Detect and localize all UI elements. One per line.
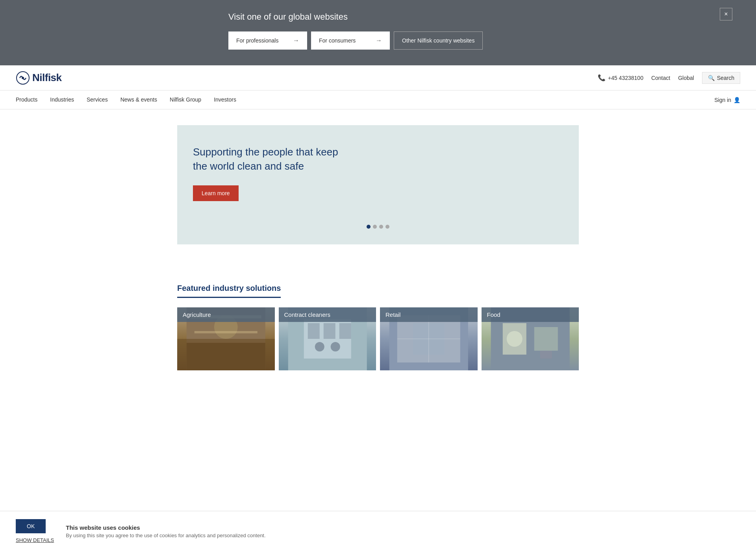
svg-point-13 [330, 342, 340, 351]
industry-card-contract[interactable]: Contract cleaners [279, 307, 376, 370]
industry-card-food[interactable]: Food [482, 307, 579, 370]
professionals-arrow: → [293, 37, 299, 44]
phone-area: 📞 +45 43238100 [598, 74, 643, 81]
svg-rect-22 [534, 327, 558, 351]
featured-section: Featured industry solutions Agriculture … [161, 284, 595, 370]
search-box[interactable]: 🔍 Search [702, 72, 740, 84]
for-professionals-label: For professionals [236, 37, 278, 44]
svg-point-12 [315, 342, 324, 351]
nav-investors[interactable]: Investors [214, 91, 236, 109]
dot-4[interactable] [385, 225, 389, 229]
industry-card-retail[interactable]: Retail [380, 307, 478, 370]
svg-point-1 [22, 77, 24, 79]
dot-3[interactable] [379, 225, 383, 229]
logo-text: Nilfisk [32, 72, 62, 84]
svg-rect-11 [339, 323, 351, 339]
for-consumers-label: For consumers [319, 37, 356, 44]
industry-card-agriculture[interactable]: Agriculture [177, 307, 275, 370]
agriculture-label: Agriculture [177, 307, 275, 322]
contract-label: Contract cleaners [279, 307, 376, 322]
nilfisk-logo-icon [16, 71, 30, 85]
phone-icon: 📞 [598, 74, 606, 81]
sign-in-area[interactable]: Sign in 👤 [714, 97, 740, 103]
dot-2[interactable] [373, 225, 377, 229]
svg-rect-3 [187, 343, 265, 370]
close-button[interactable]: × [720, 8, 732, 20]
logo-area[interactable]: Nilfisk [16, 71, 62, 85]
main-navigation: Products Industries Services News & even… [0, 91, 756, 109]
dot-1[interactable] [367, 225, 371, 229]
search-label: Search [717, 75, 734, 81]
other-sites-label: Other Nilfisk country websites [402, 37, 474, 44]
nav-products[interactable]: Products [16, 91, 37, 109]
global-link[interactable]: Global [678, 75, 694, 81]
retail-label: Retail [380, 307, 478, 322]
top-right-area: 📞 +45 43238100 Contact Global 🔍 Search [598, 72, 740, 84]
food-label: Food [482, 307, 579, 322]
top-navigation: Nilfisk 📞 +45 43238100 Contact Global 🔍 … [0, 65, 756, 91]
search-icon: 🔍 [708, 75, 715, 81]
nav-items: Products Industries Services News & even… [16, 91, 236, 109]
other-sites-button[interactable]: Other Nilfisk country websites [394, 31, 483, 50]
hero-section: Supporting the people that keep the worl… [161, 117, 595, 260]
contact-link[interactable]: Contact [651, 75, 670, 81]
hero-card: Supporting the people that keep the worl… [177, 125, 579, 244]
svg-point-21 [506, 331, 522, 347]
nav-services[interactable]: Services [87, 91, 108, 109]
featured-title: Featured industry solutions [177, 284, 281, 298]
for-consumers-button[interactable]: For consumers → [311, 31, 390, 50]
svg-rect-9 [308, 323, 319, 339]
nav-news-events[interactable]: News & events [120, 91, 157, 109]
user-icon: 👤 [734, 97, 740, 103]
nav-nilfisk-group[interactable]: Nilfisk Group [170, 91, 201, 109]
hero-title: Supporting the people that keep the worl… [193, 145, 350, 174]
global-banner: Visit one of our global websites × For p… [0, 0, 756, 65]
carousel-dots [193, 225, 563, 229]
phone-number: +45 43238100 [608, 75, 643, 81]
sign-in-label: Sign in [714, 97, 731, 103]
learn-more-button[interactable]: Learn more [193, 185, 239, 201]
consumers-arrow: → [376, 37, 382, 44]
svg-rect-23 [540, 351, 552, 359]
for-professionals-button[interactable]: For professionals → [228, 31, 307, 50]
svg-rect-10 [323, 323, 335, 339]
nav-industries[interactable]: Industries [50, 91, 74, 109]
banner-options: For professionals → For consumers → Othe… [228, 31, 528, 50]
banner-title: Visit one of our global websites [228, 12, 528, 22]
industry-grid: Agriculture Contract cleaners [177, 307, 579, 370]
